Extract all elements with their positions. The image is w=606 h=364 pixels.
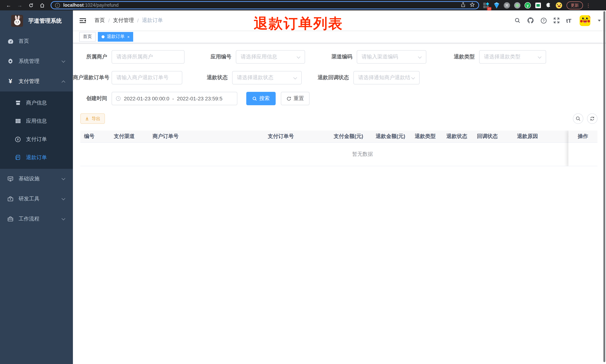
- window-scrollbar[interactable]: [603, 11, 605, 362]
- help-icon[interactable]: ?: [540, 17, 547, 24]
- clock-icon: [116, 96, 121, 101]
- search-icon[interactable]: [514, 17, 520, 23]
- url-text[interactable]: localhost:1024/pay/refund: [63, 3, 119, 8]
- date-range-picker[interactable]: 2022-01-23 00:00:00 - 2022-01-23 23:59:5…: [112, 92, 237, 105]
- reset-button[interactable]: 重置: [281, 92, 310, 105]
- filter-label-merchant: 所属商户: [73, 53, 112, 60]
- export-button[interactable]: 导出: [80, 113, 105, 124]
- sidebar-item-app-info[interactable]: 应用信息: [0, 112, 73, 130]
- date-end-value: 2022-01-23 23:59:59: [177, 96, 222, 102]
- y-extension-icon[interactable]: y: [525, 2, 531, 8]
- browser-menu-icon[interactable]: ⋮: [586, 2, 591, 8]
- sidebar-item-system[interactable]: 系统管理: [0, 51, 73, 71]
- chevron-down-icon: [62, 196, 65, 200]
- update-button[interactable]: 更新: [566, 1, 583, 9]
- sidebar-item-refund-order[interactable]: 退款订单: [0, 148, 73, 167]
- sidebar-logo[interactable]: 芋道管理系统: [0, 10, 73, 31]
- toolbox-icon: [6, 196, 15, 202]
- col-callback-status: 回调状态: [473, 133, 509, 140]
- app-grid-icon: [14, 118, 22, 124]
- col-refund-reason: 退款原因: [509, 133, 557, 140]
- avatar[interactable]: [580, 15, 590, 26]
- browser-chrome: ← → i localhost:1024/pay/refund 10 ⌘: [0, 0, 606, 10]
- command-extension-icon[interactable]: ⌘: [504, 2, 510, 8]
- channel-select[interactable]: 请输入渠道编码: [357, 50, 426, 64]
- filter-label-app: 应用编号: [211, 53, 236, 60]
- caret-down-icon[interactable]: [598, 20, 601, 21]
- empty-placeholder: 暂无数据: [80, 143, 597, 166]
- chat-extension-icon[interactable]: [535, 2, 541, 8]
- sidebar-item-pay-order[interactable]: ¥ 支付订单: [0, 130, 73, 148]
- address-bar[interactable]: i localhost:1024/pay/refund: [51, 1, 479, 9]
- col-refund-type: 退款类型: [411, 133, 443, 140]
- filter-label-refund-status: 退款状态: [207, 74, 232, 81]
- infra-monitor-icon: [6, 176, 15, 182]
- github-icon[interactable]: [527, 17, 534, 24]
- chevron-down-icon: [293, 76, 297, 79]
- extensions-row: 10 ⌘ y: [483, 2, 562, 8]
- recorder-extension-icon[interactable]: [514, 2, 520, 8]
- gem-extension-icon[interactable]: [493, 2, 500, 8]
- active-dot-icon: [102, 35, 105, 38]
- col-refund-amount: 退款金额(元): [372, 133, 411, 140]
- grid-extension-icon[interactable]: 10: [483, 2, 489, 8]
- font-size-icon[interactable]: tT: [566, 17, 571, 24]
- col-action: 操作: [568, 130, 597, 143]
- sidebar-item-merchant-info[interactable]: 商户信息: [0, 94, 73, 112]
- filter-label-refund-type: 退款类型: [454, 53, 479, 60]
- breadcrumb-payment[interactable]: 支付管理: [113, 17, 134, 24]
- sidebar-item-home[interactable]: 首页: [0, 31, 73, 51]
- filter-label-create-time: 创建时间: [73, 95, 112, 102]
- filter-label-channel: 渠道编码: [331, 53, 357, 60]
- filter-label-callback-status: 退款回调状态: [318, 74, 353, 81]
- sidebar-item-infra[interactable]: 基础设施: [0, 169, 73, 189]
- refund-doc-icon: [14, 155, 22, 160]
- info-icon[interactable]: i: [55, 3, 60, 8]
- tab-home[interactable]: 首页: [79, 32, 96, 41]
- table-search-button[interactable]: [573, 113, 583, 124]
- callback-status-select[interactable]: 请选择通知商户退款结果: [353, 71, 420, 84]
- emoji-extension-icon[interactable]: [556, 2, 562, 8]
- fullscreen-icon[interactable]: [553, 17, 559, 23]
- menu-fold-icon[interactable]: [79, 17, 86, 24]
- puzzle-extension-icon[interactable]: [545, 2, 552, 8]
- breadcrumb: 首页 / 支付管理 / 退款订单: [94, 17, 163, 24]
- payment-submenu: 商户信息 应用信息 ¥ 支付订单: [0, 91, 73, 169]
- sidebar-item-payment[interactable]: ¥ 支付管理: [0, 71, 73, 91]
- forward-icon[interactable]: →: [16, 1, 24, 9]
- browser-window: ← → i localhost:1024/pay/refund 10 ⌘: [0, 0, 606, 364]
- chevron-down-icon: [62, 176, 65, 180]
- refund-table: 编号 支付渠道 商户订单号 支付订单号 支付金额(元) 退款金额(元) 退款类型…: [80, 130, 597, 166]
- breadcrumb-home[interactable]: 首页: [94, 17, 105, 24]
- bookmark-star-icon[interactable]: [470, 2, 475, 8]
- share-icon[interactable]: [461, 2, 465, 8]
- refund-type-select[interactable]: 请选择退款类型: [479, 50, 546, 64]
- search-icon: [252, 96, 257, 101]
- home-icon[interactable]: [38, 1, 46, 9]
- chevron-up-icon: [62, 80, 65, 84]
- back-icon[interactable]: ←: [4, 1, 13, 9]
- fixed-action-column: 操作: [568, 130, 597, 166]
- col-pay-channel: 支付渠道: [110, 133, 149, 140]
- chevron-down-icon: [62, 217, 65, 220]
- pay-order-icon: ¥: [14, 136, 22, 142]
- app-select[interactable]: 请选择应用信息: [236, 50, 305, 64]
- refund-status-select[interactable]: 请选择退款状态: [232, 71, 302, 84]
- tab-refund-order[interactable]: 退款订单 ×: [98, 32, 133, 41]
- reload-icon[interactable]: [27, 1, 35, 9]
- shop-icon: [14, 100, 22, 105]
- search-button[interactable]: 搜索: [246, 92, 276, 105]
- yen-icon: ¥: [6, 78, 15, 85]
- merchant-refund-no-input[interactable]: 请输入商户退款订单号: [112, 71, 182, 84]
- breadcrumb-current: 退款订单: [142, 17, 163, 24]
- extension-badge: 10: [487, 7, 491, 10]
- merchant-input[interactable]: 请选择所属商户: [112, 50, 184, 64]
- tags-view-bar: 首页 退款订单 ×: [73, 30, 606, 43]
- page-content: 所属商户 请选择所属商户 应用编号 请选择应用信息 渠道编码 请输入渠道编码 退…: [73, 50, 606, 166]
- table-refresh-button[interactable]: [587, 113, 597, 124]
- close-icon[interactable]: ×: [127, 34, 130, 39]
- col-merchant-order-no: 商户订单号: [149, 133, 264, 140]
- sidebar-item-workflow[interactable]: 工作流程: [0, 209, 73, 229]
- chevron-down-icon: [418, 55, 422, 59]
- sidebar-item-devtools[interactable]: 研发工具: [0, 189, 73, 209]
